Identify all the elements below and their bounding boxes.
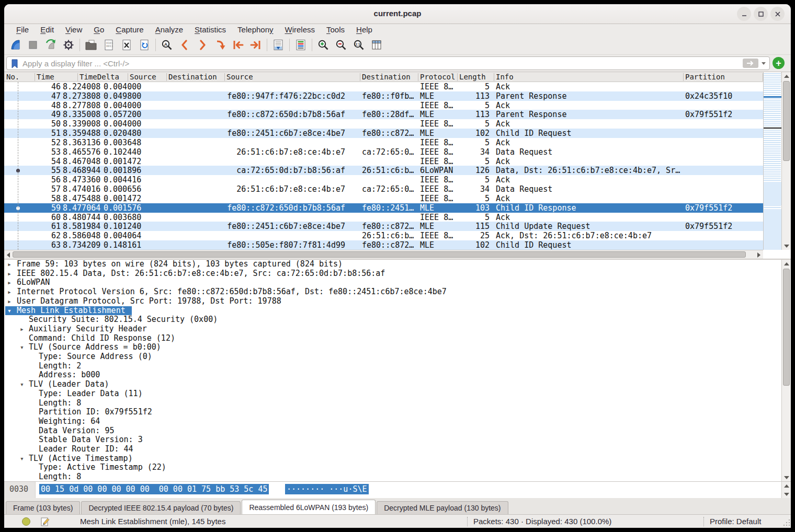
packet-row-47[interactable]: 478.2738080.049800fe80::947f:f476:22bc:c… <box>4 91 763 101</box>
scroll-up-arrow[interactable] <box>782 260 791 268</box>
byte-tab-1[interactable]: Decrypted IEEE 802.15.4 payload (70 byte… <box>81 501 241 514</box>
stop-capture-button[interactable] <box>24 37 42 53</box>
filter-dropdown-caret[interactable] <box>762 62 766 65</box>
scroll-thumb[interactable] <box>783 269 790 386</box>
column-header-destination-2[interactable]: Destination <box>362 73 411 81</box>
packet-row-58[interactable]: 588.4754880.001472IEEE 8…5Ack <box>4 194 763 203</box>
menu-go[interactable]: Go <box>88 24 110 36</box>
detail-row[interactable]: ▾TLV (Leader Data) <box>4 380 781 389</box>
column-divider[interactable] <box>457 73 458 81</box>
column-divider[interactable] <box>166 73 167 81</box>
column-divider[interactable] <box>77 73 78 81</box>
packet-list-vscrollbar[interactable] <box>781 72 791 250</box>
colorize-packets-button[interactable] <box>292 37 310 53</box>
detail-row[interactable]: Length: 8 <box>4 399 781 408</box>
packet-row-51[interactable]: 518.3594880.020480fe80::2451:c6b7:e8ce:4… <box>4 129 763 138</box>
hex-ascii[interactable]: ········ ···u·S\E <box>285 484 369 494</box>
restart-capture-button[interactable] <box>42 37 60 53</box>
go-last-button[interactable] <box>247 37 265 53</box>
packet-row-52[interactable]: 528.3631360.003648IEEE 8…5Ack <box>4 138 763 147</box>
expert-info-icon[interactable] <box>22 517 30 526</box>
detail-row[interactable]: Weighting: 64 <box>4 417 781 426</box>
column-divider[interactable] <box>683 73 684 81</box>
auto-scroll-button[interactable] <box>269 37 287 53</box>
scroll-up-arrow[interactable] <box>782 72 791 80</box>
menu-help[interactable]: Help <box>350 24 378 36</box>
maximize-button[interactable] <box>754 7 768 21</box>
go-forward-button[interactable] <box>194 37 211 53</box>
details-vscrollbar[interactable] <box>781 260 791 481</box>
packet-row-55[interactable]: 558.4689440.001896ca:72:65:0d:b7:b8:56:a… <box>4 166 763 175</box>
detail-row[interactable]: ▸Frame 59: 103 bytes on wire (824 bits),… <box>4 260 781 269</box>
scroll-thumb[interactable] <box>783 81 790 161</box>
hscroll-thumb[interactable] <box>13 251 746 258</box>
menu-edit[interactable]: Edit <box>35 24 60 36</box>
packet-row-50[interactable]: 508.3390080.004000IEEE 8…5Ack <box>4 119 763 129</box>
column-header-partition[interactable]: Partition <box>685 73 725 81</box>
detail-row[interactable]: ▾Mesh Link Establishment <box>4 306 781 316</box>
detail-row[interactable]: Data Version: 95 <box>4 426 781 436</box>
detail-row[interactable]: Stable Data Version: 3 <box>4 435 781 445</box>
column-divider[interactable] <box>360 73 360 81</box>
minimize-button[interactable] <box>737 7 751 21</box>
close-button[interactable] <box>770 7 785 21</box>
menu-statistics[interactable]: Statistics <box>189 24 232 36</box>
column-divider[interactable] <box>418 73 418 81</box>
detail-row[interactable]: ▸Auxiliary Security Header <box>4 325 781 334</box>
collapse-arrow-icon[interactable]: ▾ <box>7 306 12 316</box>
menu-file[interactable]: File <box>10 24 35 36</box>
expand-arrow-icon[interactable]: ▸ <box>20 325 24 334</box>
packet-row-61[interactable]: 618.5819840.101240fe80::2451:c6b7:e8ce:4… <box>4 222 763 231</box>
packet-row-60[interactable]: 608.4807440.003680IEEE 8…5Ack <box>4 213 763 222</box>
packet-row-49[interactable]: 498.3350080.057200fe80::c872:650d:b7b8:5… <box>4 110 763 119</box>
resize-columns-button[interactable] <box>368 37 385 53</box>
go-first-button[interactable] <box>229 37 247 53</box>
column-header-no[interactable]: No. <box>6 73 19 81</box>
detail-row[interactable]: Type: Active Timestamp (22) <box>4 463 781 472</box>
detail-row[interactable]: Command: Child ID Response (12) <box>4 334 781 343</box>
detail-row[interactable]: ▸User Datagram Protocol, Src Port: 19788… <box>4 297 781 306</box>
packet-row-57[interactable]: 578.4740160.00065626:51:c6:b7:e8:ce:4b:e… <box>4 184 763 194</box>
reload-file-button[interactable] <box>135 37 153 53</box>
zoom-original-button[interactable]: 1:1 <box>350 37 368 53</box>
column-header-source-2[interactable]: Source <box>226 73 253 81</box>
resize-grip[interactable] <box>782 519 790 527</box>
detail-row[interactable]: Type: Leader Data (11) <box>4 389 781 399</box>
intelligent-scrollbar[interactable] <box>763 72 781 250</box>
detail-row[interactable]: Leader Router ID: 44 <box>4 445 781 454</box>
detail-row[interactable]: ▸IEEE 802.15.4 Data, Dst: 26:51:c6:b7:e8… <box>4 269 781 279</box>
column-header-timedelta[interactable]: TimeDelta <box>80 73 119 81</box>
packet-row-62[interactable]: 628.5860480.00406426:51:c6:b…IEEE 8…25Ac… <box>4 231 763 240</box>
menu-wireless[interactable]: Wireless <box>279 24 321 36</box>
detail-row[interactable]: Length: 8 <box>4 472 781 481</box>
column-divider[interactable] <box>494 73 494 81</box>
detail-row[interactable]: ▸Internet Protocol Version 6, Src: fe80:… <box>4 287 781 297</box>
scroll-down-arrow[interactable] <box>782 242 791 250</box>
collapse-arrow-icon[interactable]: ▾ <box>20 454 24 464</box>
scroll-left-arrow[interactable] <box>4 250 13 259</box>
detail-row[interactable]: Security Suite: 802.15.4 Security (0x00) <box>4 315 781 325</box>
menu-telephony[interactable]: Telephony <box>232 24 279 36</box>
column-header-source[interactable]: Source <box>130 73 156 81</box>
open-file-button[interactable] <box>82 37 100 53</box>
expand-arrow-icon[interactable]: ▸ <box>7 269 12 279</box>
column-header-destination[interactable]: Destination <box>168 73 217 81</box>
column-divider[interactable] <box>224 73 225 81</box>
packet-row-63[interactable]: 638.7342090.148161fe80::505e:f807:7f81:4… <box>4 240 763 250</box>
byte-tab-3[interactable]: Decrypted MLE payload (130 bytes) <box>377 501 508 514</box>
expand-arrow-icon[interactable]: ▸ <box>7 287 12 297</box>
packet-row-54[interactable]: 548.4670480.001472IEEE 8…5Ack <box>4 157 763 166</box>
menu-capture[interactable]: Capture <box>110 24 149 36</box>
byte-tab-0[interactable]: Frame (103 bytes) <box>6 501 80 514</box>
expand-arrow-icon[interactable]: ▸ <box>7 278 12 287</box>
zoom-in-button[interactable] <box>314 37 332 53</box>
collapse-arrow-icon[interactable]: ▾ <box>20 380 24 389</box>
column-header-time[interactable]: Time <box>37 73 54 81</box>
packet-row-56[interactable]: 568.4733600.004416IEEE 8…5Ack <box>4 175 763 184</box>
go-to-packet-button[interactable] <box>211 37 229 53</box>
hex-vscrollbar[interactable] <box>781 482 791 498</box>
detail-row[interactable]: Partition ID: 0x79f551f2 <box>4 408 781 417</box>
detail-row[interactable]: ▸6LoWPAN <box>4 278 781 287</box>
start-capture-button[interactable] <box>6 37 24 53</box>
save-file-button[interactable]: 01010011 <box>100 37 118 53</box>
